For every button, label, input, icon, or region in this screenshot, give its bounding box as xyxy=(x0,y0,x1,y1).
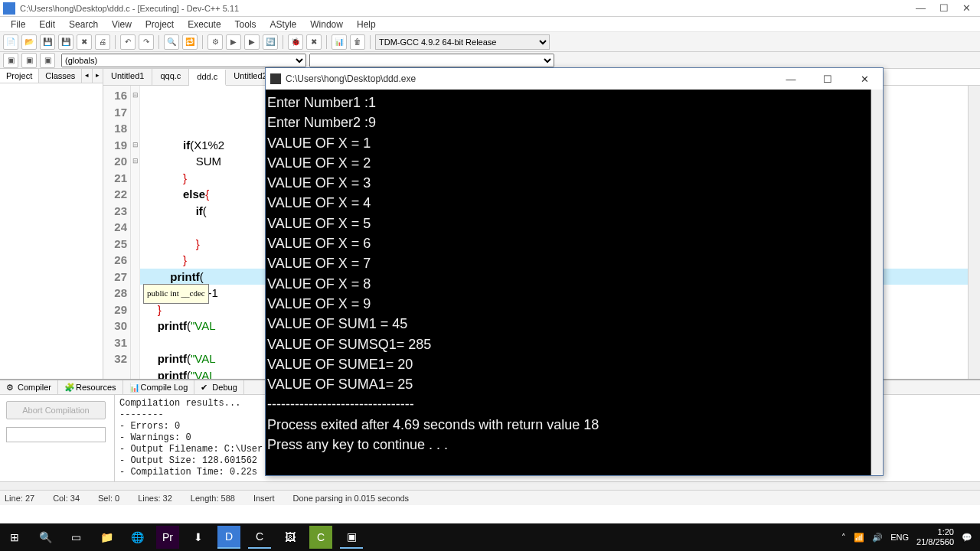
menu-file[interactable]: File xyxy=(5,18,31,31)
status-line: Line: 27 xyxy=(5,494,34,503)
menu-search[interactable]: Search xyxy=(63,18,104,31)
console-titlebar[interactable]: C:\Users\hong\Desktop\ddd.exe — ☐ ✕ xyxy=(266,68,883,90)
tab-scroll-right[interactable]: ▸ xyxy=(93,69,103,83)
btab-resources[interactable]: 🧩Resources xyxy=(58,380,123,394)
gear-icon: ⚙ xyxy=(6,383,15,392)
menu-view[interactable]: View xyxy=(106,18,138,31)
save-all-button[interactable]: 💾 xyxy=(58,34,74,50)
open-button[interactable]: 📂 xyxy=(21,34,37,50)
menu-project[interactable]: Project xyxy=(139,18,180,31)
search-icon[interactable]: 🔍 xyxy=(34,526,57,549)
nav-icon-2[interactable]: ▣ xyxy=(21,53,37,68)
function-select[interactable] xyxy=(309,54,554,67)
save-button[interactable]: 💾 xyxy=(40,34,55,50)
console-minimize[interactable]: — xyxy=(777,73,805,85)
left-panel: Project Classes ◂ ▸ xyxy=(0,69,103,379)
console-output[interactable]: Enter Number1 :1 Enter Number2 :9 VALUE … xyxy=(266,90,883,475)
bottom-h-scrollbar[interactable] xyxy=(0,481,980,490)
status-bar: Line: 27 Col: 34 Sel: 0 Lines: 32 Length… xyxy=(0,490,980,505)
editor-v-scrollbar[interactable] xyxy=(968,86,980,379)
profile-button[interactable]: 📊 xyxy=(332,34,347,50)
shorten-path-input[interactable] xyxy=(6,427,106,442)
compile-button[interactable]: ⚙ xyxy=(207,34,223,50)
editor-tab-1[interactable]: qqq.c xyxy=(152,69,189,85)
tab-classes[interactable]: Classes xyxy=(39,69,82,83)
window-titlebar: C:\Users\hong\Desktop\ddd.c - [Executing… xyxy=(0,0,980,17)
image-icon[interactable]: 🖼 xyxy=(279,526,302,549)
tray-lang[interactable]: ENG xyxy=(890,533,909,542)
line-gutter: 1617181920212223242526272829303132 xyxy=(103,86,131,379)
tray-network-icon[interactable]: 📶 xyxy=(854,533,864,543)
close-button[interactable]: ✕ xyxy=(962,2,971,14)
status-sel: Sel: 0 xyxy=(98,494,119,503)
minimize-button[interactable]: — xyxy=(916,2,926,14)
utorrent-icon[interactable]: ⬇ xyxy=(187,526,210,549)
close-file-button[interactable]: ✖ xyxy=(77,34,92,50)
rebuild-button[interactable]: 🔄 xyxy=(263,34,278,50)
redo-button[interactable]: ↷ xyxy=(139,34,154,50)
find-button[interactable]: 🔍 xyxy=(164,34,179,50)
print-button[interactable]: 🖨 xyxy=(95,34,110,50)
console-maximize[interactable]: ☐ xyxy=(814,73,841,85)
tray-chevron-icon[interactable]: ˄ xyxy=(841,533,846,543)
undo-button[interactable]: ↶ xyxy=(120,34,136,50)
stop-button[interactable]: ✖ xyxy=(306,34,322,50)
console-icon xyxy=(270,73,281,84)
status-lines: Lines: 32 xyxy=(138,494,172,503)
status-done: Done parsing in 0.015 seconds xyxy=(292,494,409,503)
menu-execute[interactable]: Execute xyxy=(181,18,227,31)
compiler-select[interactable]: TDM-GCC 4.9.2 64-bit Release xyxy=(375,34,550,50)
camtasia-icon[interactable]: C xyxy=(248,526,271,549)
tray-volume-icon[interactable]: 🔊 xyxy=(872,533,883,543)
menu-tools[interactable]: Tools xyxy=(229,18,263,31)
log-icon: 📊 xyxy=(129,383,139,392)
tab-project[interactable]: Project xyxy=(0,69,39,83)
delete-button[interactable]: 🗑 xyxy=(350,34,365,50)
menu-help[interactable]: Help xyxy=(351,18,382,31)
notifications-icon[interactable]: 💬 xyxy=(962,533,972,543)
nav-toolbar: ▣ ▣ ▣ (globals) xyxy=(0,52,980,69)
btab-debug[interactable]: ✔Debug xyxy=(194,380,243,394)
devcpp-taskbar-icon[interactable]: D xyxy=(217,526,240,549)
editor-tab-2[interactable]: ddd.c xyxy=(189,70,226,86)
chrome-icon[interactable]: 🌐 xyxy=(126,526,149,549)
btab-compile-log[interactable]: 📊Compile Log xyxy=(123,380,195,394)
status-mode: Insert xyxy=(253,494,275,503)
menu-window[interactable]: Window xyxy=(304,18,349,31)
resources-icon: 🧩 xyxy=(64,383,74,392)
debug-button[interactable]: 🐞 xyxy=(288,34,303,50)
menu-edit[interactable]: Edit xyxy=(33,18,61,31)
tab-scroll-left[interactable]: ◂ xyxy=(82,69,93,83)
globals-select[interactable]: (globals) xyxy=(61,54,306,67)
abort-compilation-button[interactable]: Abort Compilation xyxy=(6,401,106,419)
console-close[interactable]: ✕ xyxy=(851,73,878,85)
editor-tab-0[interactable]: Untitled1 xyxy=(103,69,152,85)
fold-column[interactable]: ⊟⊟⊟ xyxy=(131,86,140,379)
status-length: Length: 588 xyxy=(191,494,235,503)
maximize-button[interactable]: ☐ xyxy=(939,2,949,14)
tooltip-hint: public int __cdec xyxy=(143,284,209,304)
main-toolbar: 📄 📂 💾 💾 ✖ 🖨 ↶ ↷ 🔍 🔁 ⚙ ▶ ▶ 🔄 🐞 ✖ 📊 🗑 TDM-… xyxy=(0,32,980,52)
menu-bar: File Edit Search View Project Execute To… xyxy=(0,17,980,32)
console-taskbar-icon[interactable]: ▣ xyxy=(340,526,363,549)
compile-run-button[interactable]: ▶ xyxy=(244,34,260,50)
app-icon xyxy=(3,2,15,15)
status-col: Col: 34 xyxy=(53,494,80,503)
menu-astyle[interactable]: AStyle xyxy=(264,18,303,31)
replace-button[interactable]: 🔁 xyxy=(182,34,198,50)
run-button[interactable]: ▶ xyxy=(226,34,241,50)
explorer-icon[interactable]: 📁 xyxy=(95,526,118,549)
windows-taskbar[interactable]: ⊞ 🔍 ▭ 📁 🌐 Pr ⬇ D C 🖼 C ▣ ˄ 📶 🔊 ENG 1:20 … xyxy=(0,523,980,551)
console-v-scrollbar[interactable] xyxy=(871,90,883,475)
taskbar-clock[interactable]: 1:20 21/8/2560 xyxy=(916,527,954,547)
console-window[interactable]: C:\Users\hong\Desktop\ddd.exe — ☐ ✕ Ente… xyxy=(265,67,884,476)
start-button[interactable]: ⊞ xyxy=(3,526,26,549)
check-icon: ✔ xyxy=(201,383,210,392)
nav-icon-1[interactable]: ▣ xyxy=(3,53,18,68)
taskview-icon[interactable]: ▭ xyxy=(64,526,87,549)
app-icon-2[interactable]: C xyxy=(309,526,332,549)
premiere-icon[interactable]: Pr xyxy=(156,526,179,549)
btab-compiler[interactable]: ⚙Compiler xyxy=(0,380,58,394)
new-file-button[interactable]: 📄 xyxy=(3,34,18,50)
nav-icon-3[interactable]: ▣ xyxy=(40,53,55,68)
